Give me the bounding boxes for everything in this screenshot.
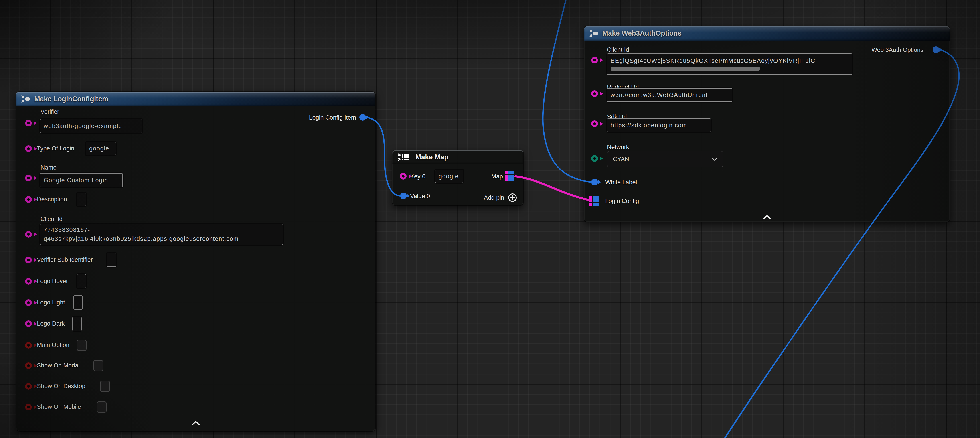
pin-label-show-on-modal: Show On Modal — [37, 362, 80, 369]
logo-hover-input[interactable] — [77, 274, 86, 288]
pin-label-logo-dark: Logo Dark — [37, 320, 65, 327]
pin-string-name[interactable] — [25, 175, 32, 182]
output-pin-label: Login Config Item — [309, 114, 356, 121]
pin-struct-value0[interactable] — [400, 193, 407, 199]
collapse-node-button[interactable] — [192, 421, 200, 425]
pin-string-verifier-sub-identifier[interactable] — [25, 256, 32, 263]
verifier-value: web3auth-google-example — [44, 123, 122, 129]
show-on-mobile-checkbox[interactable] — [97, 401, 107, 413]
make-map-icon — [397, 152, 412, 162]
pin-string-logo-light[interactable] — [25, 299, 32, 306]
pin-struct-web3auth-options-out[interactable] — [932, 46, 939, 53]
pin-bool-show-on-desktop[interactable] — [25, 383, 32, 390]
pin-label-main-option: Main Option — [37, 342, 69, 349]
pin-enum-network[interactable] — [591, 155, 598, 162]
pin-label-logo-light: Logo Light — [37, 299, 65, 306]
collapse-node-button[interactable] — [763, 215, 771, 220]
pin-label-description: Description — [37, 196, 67, 203]
pin-string-client-id[interactable] — [25, 231, 32, 238]
pin-label-white-label: White Label — [605, 179, 637, 186]
show-on-modal-checkbox[interactable] — [94, 360, 103, 371]
pin-string-key0[interactable] — [400, 173, 407, 180]
output-pin-label-map: Map — [491, 173, 503, 180]
type-of-login-input[interactable]: google — [86, 142, 116, 155]
verifier-input[interactable]: web3auth-google-example — [40, 119, 142, 133]
node-header[interactable]: Make Map — [392, 150, 523, 164]
logo-dark-input[interactable] — [72, 317, 82, 331]
network-dropdown[interactable]: CYAN — [607, 151, 723, 167]
node-make-map[interactable]: Make Map Key 0 google Map Value 0 Add pi… — [392, 150, 523, 205]
name-input[interactable]: Google Custom Login — [40, 173, 123, 187]
type-of-login-value: google — [89, 145, 109, 152]
make-struct-icon — [21, 94, 31, 104]
name-value: Google Custom Login — [44, 177, 108, 184]
client-id-input[interactable]: BEglQSgt4cUWcj6SKRdu5QkOXTsePmMcusG5EAoy… — [607, 53, 852, 75]
client-id-line2: q463s7kpvja16l4l0kko3nb925ikds2p.apps.go… — [44, 234, 239, 243]
pin-label-verifier-sub-identifier: Verifier Sub Identifier — [37, 256, 93, 263]
pin-string-logo-hover[interactable] — [25, 278, 32, 285]
pin-label-client-id: Client Id — [40, 216, 62, 223]
pin-label-network: Network — [607, 144, 629, 151]
main-option-checkbox[interactable] — [77, 339, 87, 351]
sdk-url-input[interactable]: https://sdk.openlogin.com — [607, 118, 711, 132]
pin-bool-show-on-modal[interactable] — [25, 362, 32, 369]
add-pin-label: Add pin — [484, 194, 504, 201]
node-header[interactable]: Make LoginConfigItem — [16, 92, 375, 106]
pin-label-name: Name — [40, 164, 57, 171]
client-id-line1: 774338308167- — [44, 225, 90, 234]
node-title: Make Web3AuthOptions — [602, 29, 682, 37]
chevron-up-icon — [192, 422, 199, 425]
description-input[interactable] — [77, 193, 86, 206]
pin-label-show-on-desktop: Show On Desktop — [37, 383, 86, 390]
client-id-input[interactable]: 774338308167- q463s7kpvja16l4l0kko3nb925… — [40, 224, 283, 245]
pin-struct-white-label[interactable] — [591, 179, 598, 185]
redirect-url-value: w3a://com.w3a.Web3AuthUnreal — [611, 92, 707, 99]
key0-input[interactable]: google — [435, 170, 463, 183]
pin-label-show-on-mobile: Show On Mobile — [37, 403, 81, 410]
pin-string-sdk-url[interactable] — [591, 120, 598, 127]
network-value: CYAN — [613, 156, 629, 163]
pin-string-logo-dark[interactable] — [25, 320, 32, 327]
verifier-sub-identifier-input[interactable] — [107, 253, 116, 267]
redirect-url-input[interactable]: w3a://com.w3a.Web3AuthUnreal — [607, 88, 732, 102]
pin-map-out[interactable] — [505, 171, 514, 181]
blueprint-graph-canvas[interactable]: Make LoginConfigItem Login Config Item V… — [0, 0, 980, 438]
pin-label-logo-hover: Logo Hover — [37, 278, 68, 285]
node-title: Make Map — [415, 153, 449, 161]
pin-string-redirect-url[interactable] — [591, 90, 598, 97]
output-pin-label: Web 3Auth Options — [872, 46, 923, 53]
horizontal-scrollbar[interactable] — [611, 67, 760, 71]
pin-label-value0: Value 0 — [410, 193, 430, 200]
node-make-loginconfigitem[interactable]: Make LoginConfigItem Login Config Item V… — [16, 92, 375, 431]
chevron-down-icon — [712, 157, 718, 161]
pin-string-verifier[interactable] — [25, 120, 32, 126]
pin-string-client-id[interactable] — [591, 57, 598, 64]
pin-struct-login-config-item-out[interactable] — [360, 114, 366, 121]
pin-bool-main-option[interactable] — [25, 342, 32, 349]
logo-light-input[interactable] — [73, 295, 83, 310]
pin-label-client-id: Client Id — [607, 46, 629, 53]
client-id-value: BEglQSgt4cUWcj6SKRdu5QkOXTsePmMcusG5EAoy… — [611, 57, 815, 64]
pin-string-type-of-login[interactable] — [25, 145, 32, 152]
pin-label-verifier: Verifier — [40, 108, 59, 115]
add-pin-button[interactable]: Add pin — [484, 193, 517, 202]
pin-label-key0: Key 0 — [410, 173, 425, 180]
node-header[interactable]: Make Web3AuthOptions — [584, 26, 950, 40]
sdk-url-value: https://sdk.openlogin.com — [611, 122, 687, 129]
chevron-up-icon — [764, 216, 770, 219]
pin-bool-show-on-mobile[interactable] — [25, 404, 32, 410]
wire-offscreen-to-whitelabel[interactable] — [543, 0, 591, 182]
key0-value: google — [439, 173, 459, 180]
show-on-desktop-checkbox[interactable] — [100, 381, 110, 392]
make-struct-icon — [589, 29, 599, 38]
pin-label-login-config: Login Config — [605, 197, 639, 204]
pin-label-type-of-login: Type Of Login — [37, 145, 74, 152]
plus-circle-icon — [508, 193, 517, 202]
node-title: Make LoginConfigItem — [34, 95, 108, 103]
pin-string-description[interactable] — [25, 196, 32, 203]
